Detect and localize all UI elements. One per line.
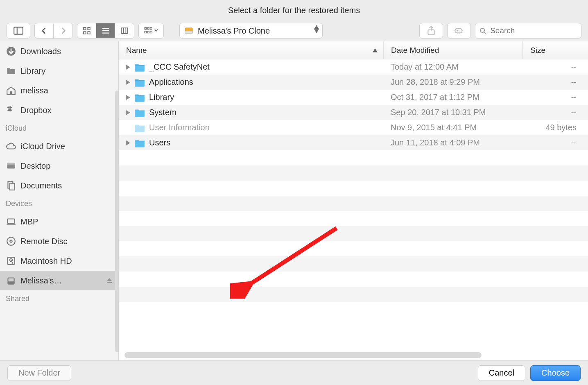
sidebar: DownloadsLibrarymelissaDropboxiCloudiClo…	[0, 41, 119, 360]
file-row[interactable]: SystemSep 20, 2017 at 10:31 PM--	[119, 105, 588, 120]
share-button[interactable]	[419, 23, 443, 38]
folder-icon	[134, 93, 145, 102]
file-date: Sep 20, 2017 at 10:31 PM	[383, 108, 522, 117]
sidebar-item-label: Desktop	[20, 161, 50, 171]
column-name[interactable]: Name	[119, 46, 383, 55]
sidebar-item-documents[interactable]: Documents	[0, 176, 118, 195]
disclosure-triangle-icon[interactable]	[126, 80, 130, 85]
new-folder-button[interactable]: New Folder	[7, 365, 71, 381]
file-size: --	[522, 62, 588, 72]
downloads-icon	[6, 46, 16, 57]
svg-marker-47	[107, 278, 112, 281]
folder-icon	[134, 63, 145, 72]
list-view-button[interactable]	[96, 23, 115, 38]
tags-button[interactable]	[447, 23, 471, 38]
file-size: --	[522, 77, 588, 87]
file-row[interactable]: UsersJun 11, 2018 at 4:09 PM--	[119, 135, 588, 150]
file-name: _CCC SafetyNet	[149, 62, 210, 72]
file-row[interactable]: ApplicationsJun 28, 2018 at 9:29 PM--	[119, 75, 588, 90]
svg-marker-21	[314, 29, 319, 33]
empty-row	[119, 302, 588, 317]
forward-button[interactable]	[54, 23, 72, 38]
sidebar-item-remote-disc[interactable]: Remote Disc	[0, 231, 118, 251]
hdd-icon	[6, 256, 16, 266]
svg-point-40	[7, 237, 15, 245]
sidebar-item-melissa[interactable]: melissa	[0, 81, 118, 100]
toolbar: Melissa's Pro Clone	[0, 20, 588, 41]
sidebar-heading-shared: Shared	[0, 290, 118, 307]
file-row: User InformationNov 9, 2015 at 4:41 PM49…	[119, 120, 588, 135]
sidebar-heading-icloud: iCloud	[0, 120, 118, 136]
tag-icon	[454, 25, 464, 36]
choose-button[interactable]: Choose	[530, 365, 581, 381]
disclosure-triangle-icon[interactable]	[126, 140, 130, 145]
svg-marker-52	[126, 95, 130, 100]
file-date: Oct 31, 2017 at 1:12 PM	[383, 93, 522, 102]
column-size[interactable]: Size	[522, 41, 588, 59]
sidebar-item-label: Downloads	[20, 47, 61, 56]
empty-row	[119, 165, 588, 181]
column-date-modified[interactable]: Date Modified	[383, 41, 522, 59]
folder-icon	[134, 108, 145, 117]
sidebar-heading-devices: Devices	[0, 195, 118, 212]
svg-line-27	[484, 32, 486, 34]
svg-rect-19	[185, 31, 192, 34]
sidebar-item-desktop[interactable]: Desktop	[0, 156, 118, 176]
sidebar-item-mbp[interactable]: MBP	[0, 212, 118, 231]
file-name: Applications	[149, 77, 193, 87]
horizontal-scrollbar[interactable]	[124, 352, 482, 358]
sidebar-item-label: Remote Disc	[20, 237, 67, 246]
svg-rect-13	[147, 27, 149, 29]
sidebar-item-macintosh-hd[interactable]: Macintosh HD	[0, 251, 118, 271]
svg-rect-39	[7, 224, 16, 224]
disclosure-triangle-icon[interactable]	[126, 95, 130, 100]
disc-icon	[6, 236, 16, 247]
sidebar-item-dropbox[interactable]: Dropbox	[0, 100, 118, 120]
grid-icon	[83, 27, 90, 34]
svg-rect-0	[14, 27, 23, 34]
file-row[interactable]: LibraryOct 31, 2017 at 1:12 PM--	[119, 90, 588, 105]
sidebar-icon	[13, 25, 24, 36]
sidebar-item-melissa-s-[interactable]: Melissa's…	[0, 271, 118, 290]
nav-back-forward	[34, 23, 73, 38]
file-size: --	[522, 93, 588, 102]
desktop-bar-icon	[6, 161, 16, 171]
file-size: 49 bytes	[522, 123, 588, 132]
sidebar-item-label: melissa	[20, 86, 48, 95]
svg-rect-4	[84, 32, 86, 34]
sidebar-item-label: Macintosh HD	[20, 256, 72, 266]
svg-marker-49	[373, 48, 378, 52]
sidebar-toggle-button[interactable]	[7, 23, 30, 38]
list-icon	[102, 27, 109, 34]
sidebar-item-label: Documents	[20, 181, 62, 190]
icon-view-button[interactable]	[77, 23, 96, 38]
back-button[interactable]	[35, 23, 54, 38]
disclosure-triangle-icon[interactable]	[126, 65, 130, 70]
cancel-button[interactable]: Cancel	[478, 365, 525, 381]
empty-row	[119, 196, 588, 211]
file-size: --	[522, 138, 588, 147]
open-panel: Select a folder for the restored items M…	[0, 0, 588, 385]
sidebar-item-library[interactable]: Library	[0, 61, 118, 81]
svg-rect-15	[145, 31, 147, 33]
columns-icon	[121, 27, 128, 34]
svg-rect-2	[84, 27, 86, 30]
sort-indicator-icon	[373, 48, 378, 52]
sidebar-item-label: Melissa's…	[20, 276, 62, 285]
sidebar-scrollbar[interactable]	[115, 91, 119, 352]
eject-icon[interactable]	[106, 277, 113, 284]
sidebar-item-icloud-drive[interactable]: iCloud Drive	[0, 136, 118, 156]
search-field[interactable]	[475, 23, 581, 38]
file-list: _CCC SafetyNetToday at 12:00 AM--Applica…	[119, 59, 588, 360]
location-popup[interactable]: Melissa's Pro Clone	[179, 23, 323, 38]
folder-icon	[134, 78, 145, 87]
sidebar-item-downloads[interactable]: Downloads	[0, 41, 118, 61]
file-row[interactable]: _CCC SafetyNetToday at 12:00 AM--	[119, 59, 588, 75]
panel-body: DownloadsLibrarymelissaDropboxiCloudiClo…	[0, 41, 588, 360]
column-view-button[interactable]	[115, 23, 134, 38]
disclosure-triangle-icon[interactable]	[126, 110, 130, 115]
group-by-popup[interactable]	[138, 23, 164, 38]
search-input[interactable]	[489, 26, 577, 36]
folder-icon	[134, 123, 145, 132]
empty-row	[119, 211, 588, 226]
